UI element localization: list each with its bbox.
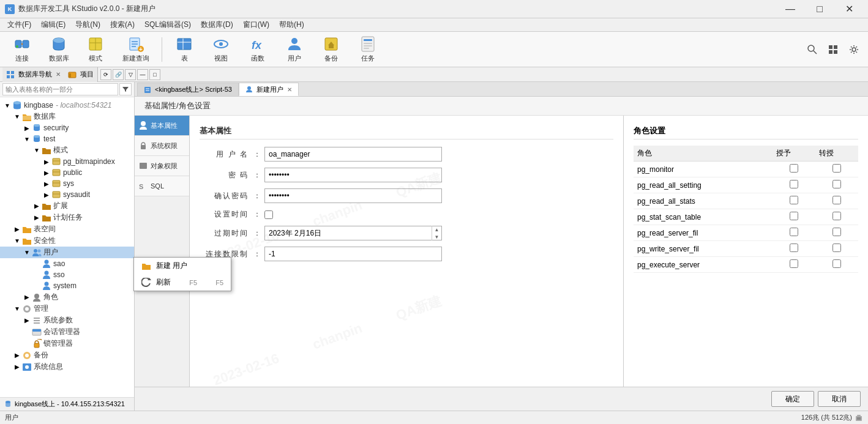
nav-max-btn[interactable]: □: [149, 69, 160, 80]
role-transfer-checkbox-0[interactable]: [832, 164, 841, 173]
root-toggle[interactable]: ▼: [2, 102, 12, 109]
public-toggle[interactable]: ▶: [42, 169, 51, 176]
menu-nav[interactable]: 导航(N): [70, 18, 105, 31]
scheduled-toggle[interactable]: ▶: [32, 214, 42, 221]
toolbar-database[interactable]: 数据库: [42, 34, 76, 65]
tree-backup[interactable]: ▶ 备份: [0, 349, 134, 361]
tree-sysinfo[interactable]: ▶ 系统信息: [0, 361, 134, 373]
tablespace-toggle[interactable]: ▶: [12, 226, 22, 232]
menu-db[interactable]: 数据库(D): [196, 18, 238, 31]
sys-toggle[interactable]: ▶: [42, 180, 51, 187]
security-toggle[interactable]: ▶: [22, 125, 32, 132]
menu-file[interactable]: 文件(F): [2, 18, 36, 31]
role-transfer-checkbox-3[interactable]: [832, 212, 841, 220]
tree-scheduled-tasks[interactable]: ▶ 计划任务: [0, 212, 134, 223]
tree-roles[interactable]: ▶ 角色: [0, 291, 134, 303]
tree-tablespace[interactable]: ▶ 表空间: [0, 223, 134, 235]
role-grant-checkbox-4[interactable]: [790, 228, 798, 236]
role-transfer-checkbox-1[interactable]: [832, 180, 841, 188]
nav-sync-btn[interactable]: ⟳: [100, 69, 111, 80]
menu-edit[interactable]: 编辑(E): [36, 18, 70, 31]
tree-management[interactable]: ▼ 管理: [0, 303, 134, 314]
backup-toggle[interactable]: ▶: [12, 352, 22, 359]
db-nav-close[interactable]: ✕: [56, 71, 61, 78]
tree-search-input[interactable]: [2, 83, 118, 95]
nav-basic-props[interactable]: 基本属性: [135, 116, 189, 136]
tree-user-system[interactable]: system: [0, 280, 134, 291]
toolbar-view[interactable]: 视图: [204, 34, 238, 65]
nav-link-btn[interactable]: 🔗: [113, 69, 124, 80]
tree-lock-mgr[interactable]: 锁管理器: [0, 338, 134, 349]
minimize-button[interactable]: —: [776, 0, 804, 18]
toolbar-table[interactable]: 表: [167, 34, 201, 65]
db-nav-label[interactable]: 数据库导航: [18, 70, 52, 79]
toolbar-function[interactable]: fx 函数: [241, 34, 275, 65]
ctx-new-user[interactable]: 新建 用户: [134, 258, 231, 274]
role-transfer-checkbox-4[interactable]: [832, 228, 841, 236]
tree-extensions[interactable]: ▶ 扩展: [0, 200, 134, 212]
tree-schema-pg-bitmapindex[interactable]: ▶ pg_bitmapindex: [0, 156, 134, 167]
date-spin-down[interactable]: ▼: [432, 233, 441, 240]
extensions-toggle[interactable]: ▶: [32, 203, 42, 209]
role-grant-checkbox-2[interactable]: [790, 196, 798, 204]
users-toggle[interactable]: ▼: [22, 249, 32, 256]
nav-sql[interactable]: S SQL: [135, 176, 189, 196]
date-spin-up[interactable]: ▲: [432, 226, 441, 233]
menu-help[interactable]: 帮助(H): [274, 18, 309, 31]
toolbar-search-btn[interactable]: [803, 40, 821, 59]
role-transfer-checkbox-6[interactable]: [832, 259, 841, 268]
password-input[interactable]: [264, 168, 442, 182]
role-grant-checkbox-3[interactable]: [790, 212, 798, 220]
roles-toggle[interactable]: ▶: [22, 294, 32, 300]
role-grant-checkbox-1[interactable]: [790, 180, 798, 188]
toolbar-layout-btn[interactable]: [824, 40, 842, 59]
cancel-button[interactable]: 取消: [818, 391, 861, 407]
confirm-pwd-input[interactable]: [264, 188, 442, 203]
expiry-date-input[interactable]: [265, 226, 432, 240]
nav-collapse-btn[interactable]: —: [137, 69, 148, 80]
sysaudit-toggle[interactable]: ▶: [42, 192, 51, 198]
tree-schema-sysaudit[interactable]: ▶ sysaudit: [0, 189, 134, 200]
tree-security[interactable]: ▼ 安全性: [0, 235, 134, 247]
maximize-button[interactable]: □: [806, 0, 834, 18]
close-button[interactable]: ✕: [835, 0, 863, 18]
tree-users[interactable]: ▼ 用户: [0, 247, 134, 258]
tree-databases[interactable]: ▼ 数据库: [0, 111, 134, 122]
pg-bitmapindex-toggle[interactable]: ▶: [42, 158, 51, 165]
toolbar-new-query[interactable]: + 新建查询: [115, 34, 157, 65]
tree-sys-params[interactable]: ▶ 系统参数: [0, 314, 134, 326]
role-grant-checkbox-6[interactable]: [790, 259, 798, 268]
tree-session-mgr[interactable]: 会话管理器: [0, 326, 134, 338]
role-grant-checkbox-5[interactable]: [790, 244, 798, 252]
tree-user-sso[interactable]: sso: [0, 269, 134, 280]
role-grant-checkbox-0[interactable]: [790, 164, 798, 173]
username-input[interactable]: [264, 147, 442, 162]
toolbar-schema[interactable]: 模式: [78, 34, 113, 65]
confirm-button[interactable]: 确定: [771, 391, 814, 407]
schema-toggle[interactable]: ▼: [32, 147, 42, 154]
tree-db-test[interactable]: ▼ test: [0, 133, 134, 144]
toolbar-connect[interactable]: 连接: [5, 34, 39, 65]
role-transfer-checkbox-2[interactable]: [832, 196, 841, 204]
menu-window[interactable]: 窗口(W): [238, 18, 274, 31]
management-toggle[interactable]: ▼: [12, 305, 22, 312]
nav-sys-privs[interactable]: 系统权限: [135, 136, 189, 156]
nav-filter-btn[interactable]: ▽: [125, 69, 136, 80]
conn-limit-input[interactable]: [264, 247, 442, 261]
tab-new-user[interactable]: 新建用户 ✕: [239, 83, 299, 96]
tree-filter-btn[interactable]: [119, 83, 132, 95]
databases-toggle[interactable]: ▼: [12, 113, 22, 120]
project-label[interactable]: 项目: [80, 70, 94, 79]
trash-icon[interactable]: [855, 414, 863, 422]
sysinfo-toggle[interactable]: ▶: [12, 363, 22, 370]
toolbar-backup[interactable]: 备份: [314, 34, 348, 65]
tree-user-sao[interactable]: sao: [0, 258, 134, 269]
tree-schema-sys[interactable]: ▶ sys: [0, 178, 134, 189]
toolbar-user[interactable]: 用户: [277, 34, 312, 65]
sys-params-toggle[interactable]: ▶: [22, 317, 32, 324]
tab-close-icon[interactable]: ✕: [287, 86, 292, 93]
menu-search[interactable]: 搜索(A): [105, 18, 140, 31]
tab-script[interactable]: <kingbase线上> Script-53: [137, 83, 239, 96]
tree-schema-public[interactable]: ▶ public: [0, 167, 134, 178]
test-toggle[interactable]: ▼: [22, 136, 32, 143]
